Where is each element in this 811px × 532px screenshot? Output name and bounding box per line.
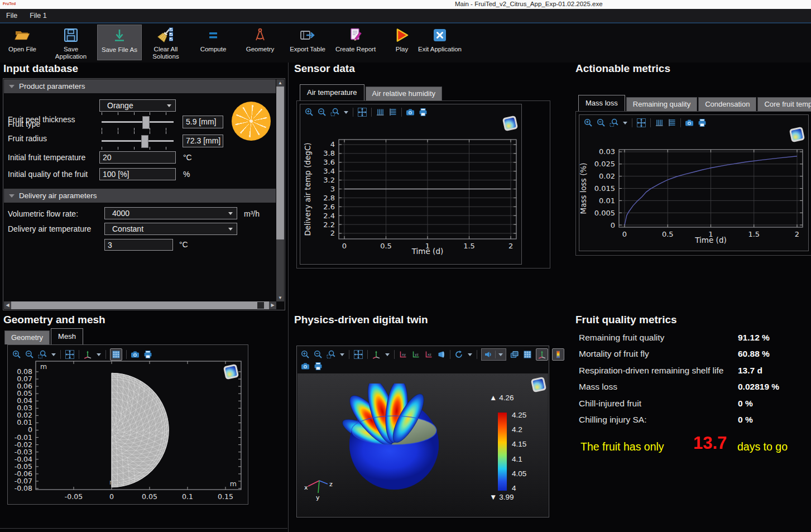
twin-canvas[interactable]: ▲ 4.26 ▼ 3.99 4.254.24.154.14.054 x y z bbox=[297, 373, 548, 516]
axes-pressed-icon[interactable] bbox=[536, 348, 548, 361]
dat-dropdown[interactable]: Constant bbox=[104, 223, 237, 235]
axis-triad: x y z bbox=[303, 469, 334, 501]
metrics-tab-core-fruit-temperature[interactable]: Core fruit temperature bbox=[757, 97, 811, 111]
init-temp-input[interactable]: 20 bbox=[99, 151, 176, 164]
sensor-data-title: Sensor data bbox=[294, 63, 355, 75]
toolbar-button-export-table[interactable]: Export Table bbox=[286, 25, 329, 60]
rotate-icon[interactable] bbox=[454, 350, 463, 359]
metrics-tab-remaining-quality[interactable]: Remaining quality bbox=[626, 97, 697, 111]
axes3d-icon[interactable] bbox=[372, 350, 381, 359]
zoom-box-icon[interactable] bbox=[327, 350, 335, 359]
scrollbar-thumb[interactable] bbox=[276, 87, 284, 239]
vertical-scrollbar[interactable]: ▲ ▼ bbox=[276, 79, 284, 301]
svg-text:0.5: 0.5 bbox=[380, 242, 392, 250]
metric-label: Respiration-driven remaining shelf life bbox=[579, 366, 723, 376]
sensor-plot-widget: 00.511.5222.22.42.62.833.23.43.63.84Time… bbox=[300, 104, 522, 265]
slider-track[interactable] bbox=[102, 140, 174, 142]
dat-value-input[interactable]: 3 bbox=[104, 239, 173, 251]
metrics-tab-mass-loss[interactable]: Mass loss bbox=[578, 95, 625, 111]
svg-text:3: 3 bbox=[330, 185, 335, 193]
toolbar-button-open-file[interactable]: Open File bbox=[1, 25, 44, 60]
metric-value: 0.02819 % bbox=[738, 382, 779, 392]
metric-value: 60.88 % bbox=[738, 349, 770, 359]
scroll-down-icon[interactable]: ▼ bbox=[276, 294, 284, 301]
metrics-tab-condensation[interactable]: Condensation bbox=[698, 97, 756, 111]
layers-icon[interactable] bbox=[510, 350, 519, 359]
speaker-btn-icon[interactable] bbox=[481, 348, 506, 361]
massloss-chart[interactable]: 00.511.5200.0050.010.0150.020.0250.03Tim… bbox=[579, 115, 807, 250]
zoom-in-icon[interactable] bbox=[301, 350, 310, 359]
peel-thickness-slider[interactable] bbox=[98, 112, 177, 131]
caret-icon[interactable] bbox=[339, 350, 345, 359]
fruit-type-dropdown[interactable]: Orange bbox=[99, 99, 176, 112]
section-delivery-air-parameters[interactable]: Delivery air parameters bbox=[4, 189, 276, 203]
horn-icon[interactable] bbox=[437, 350, 446, 359]
colorbar-min: ▼ 3.99 bbox=[490, 493, 514, 501]
sensor-tab-air-temperature[interactable]: Air temperature bbox=[300, 84, 364, 100]
svg-text:0.025: 0.025 bbox=[594, 160, 615, 168]
colorbar-tick: 4.05 bbox=[512, 469, 526, 478]
fit-icon[interactable] bbox=[353, 349, 363, 360]
section-product-parameters[interactable]: Product parameters bbox=[4, 79, 276, 93]
toolbar-button-geometry[interactable]: Geometry bbox=[238, 25, 282, 60]
svg-text:0.05: 0.05 bbox=[142, 492, 157, 501]
toolbar-button-compute[interactable]: Compute bbox=[191, 25, 235, 60]
colorbar-tick: 4.25 bbox=[512, 411, 526, 419]
toolbar-button-save-application[interactable]: Save Application bbox=[49, 25, 93, 60]
svg-text:0.02: 0.02 bbox=[599, 172, 615, 180]
view-xz-icon[interactable]: xz bbox=[424, 350, 433, 359]
slider-thumb[interactable] bbox=[141, 135, 148, 148]
slider-track[interactable] bbox=[102, 121, 174, 123]
svg-text:m: m bbox=[230, 480, 237, 488]
report-icon bbox=[334, 25, 377, 46]
slider-thumb[interactable] bbox=[142, 116, 150, 129]
massloss-plot-widget: 00.511.5200.0050.010.0150.020.0250.03Tim… bbox=[579, 114, 809, 251]
svg-text:3.8: 3.8 bbox=[323, 149, 335, 157]
scroll-left-icon[interactable]: ◀ bbox=[4, 301, 11, 309]
comsol-logo bbox=[531, 377, 546, 392]
init-quality-input[interactable]: 100 [%] bbox=[99, 168, 176, 180]
mesh-plot[interactable]: -0.0500.050.10.150.080.070.060.050.040.0… bbox=[8, 345, 247, 503]
menu-item-file-1[interactable]: File 1 bbox=[23, 12, 53, 20]
zoom-out-icon[interactable] bbox=[314, 350, 323, 359]
caret-icon[interactable] bbox=[385, 350, 390, 359]
chevron-down-icon bbox=[228, 212, 233, 215]
toolbar-button-play[interactable]: Play bbox=[380, 25, 424, 60]
toolbar-button-create-report[interactable]: Create Report bbox=[334, 25, 377, 60]
svg-text:Delivery air temp (degC): Delivery air temp (degC) bbox=[303, 142, 312, 236]
toolbar-button-clear-all-solutions[interactable]: Clear All Solutions bbox=[144, 25, 188, 60]
geometry-tab-geometry[interactable]: Geometry bbox=[4, 330, 50, 344]
menu-item-file[interactable]: File bbox=[0, 12, 23, 20]
cbar-pressed-icon[interactable] bbox=[552, 348, 564, 361]
scroll-right-icon[interactable]: ▶ bbox=[269, 301, 276, 309]
metric-label: Chill-injured fruit bbox=[579, 399, 641, 409]
caret-icon[interactable] bbox=[467, 350, 473, 359]
peel-thickness-value[interactable]: 5.9 [mm] bbox=[183, 116, 223, 128]
view-yz-icon[interactable]: yz bbox=[411, 350, 420, 359]
svg-text:m: m bbox=[40, 362, 47, 371]
svg-text:Mass loss (%): Mass loss (%) bbox=[579, 162, 588, 214]
sensor-tab-air-relative-humidity[interactable]: Air relative humidity bbox=[366, 87, 442, 100]
digital-twin-widget: xyyzxz ▲ 4.26 bbox=[296, 346, 549, 517]
save-as-icon bbox=[98, 25, 141, 46]
geometry-tab-mesh[interactable]: Mesh bbox=[51, 328, 83, 344]
horizontal-scrollbar[interactable]: ◀ ▶ bbox=[4, 301, 276, 309]
toolbar-button-save-file-as[interactable]: Save File As bbox=[97, 25, 142, 60]
svg-text:-0.08: -0.08 bbox=[15, 484, 32, 492]
digital-twin-title: Physics-driven digital twin bbox=[294, 314, 428, 326]
printer-icon[interactable] bbox=[314, 362, 323, 371]
svg-text:0.03: 0.03 bbox=[599, 147, 615, 156]
svg-text:0.5: 0.5 bbox=[662, 230, 674, 238]
camera-icon[interactable] bbox=[301, 362, 310, 371]
fruit-radius-value[interactable]: 72.3 [mm] bbox=[183, 135, 223, 147]
svg-text:0.15: 0.15 bbox=[218, 492, 233, 501]
fruit-radius-slider[interactable] bbox=[98, 131, 177, 150]
flow-rate-dropdown[interactable]: 4000 bbox=[104, 207, 237, 219]
toolbar-button-exit-application[interactable]: Exit Application bbox=[418, 25, 462, 60]
view-xy-icon[interactable]: xy bbox=[399, 350, 407, 359]
peel-thickness-label: Fruit peel thickness bbox=[8, 115, 75, 124]
scroll-up-icon[interactable]: ▲ bbox=[276, 79, 284, 87]
grid-icon[interactable] bbox=[523, 350, 532, 359]
sensor-chart[interactable]: 00.511.5222.22.42.62.833.23.43.63.84Time… bbox=[300, 104, 520, 263]
scrollbar-thumb[interactable] bbox=[257, 302, 264, 309]
